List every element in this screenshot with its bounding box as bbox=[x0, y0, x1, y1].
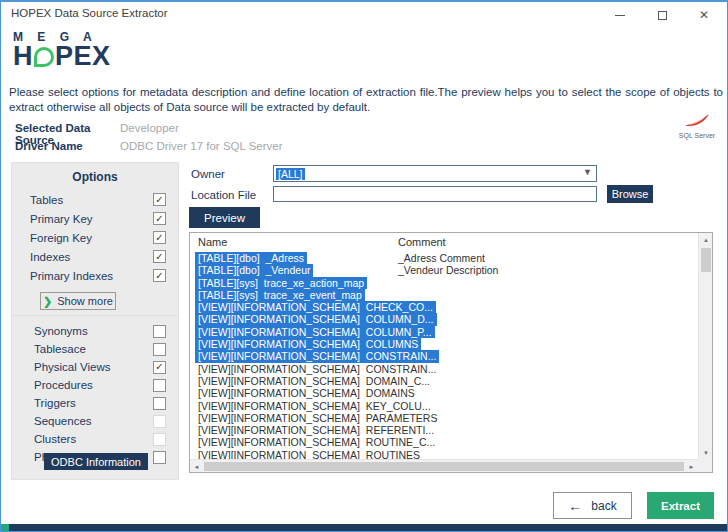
list-item-name[interactable]: [VIEW][INFORMATION_SCHEMA] PARAMETERS bbox=[195, 412, 440, 424]
list-item[interactable]: [VIEW][INFORMATION_SCHEMA] REFERENTI... bbox=[190, 424, 698, 436]
list-item-name[interactable]: [VIEW][INFORMATION_SCHEMA] DOMAIN_C... bbox=[195, 375, 433, 387]
options-panel: Options Tables✓Primary Key✓Foreign Key✓I… bbox=[11, 162, 179, 480]
comment-column-header[interactable]: Comment bbox=[398, 236, 446, 248]
list-item[interactable]: [VIEW][INFORMATION_SCHEMA] PARAMETERS bbox=[190, 412, 698, 424]
list-item-name[interactable]: [VIEW][INFORMATION_SCHEMA] CHECK_CO... bbox=[195, 301, 436, 313]
checkbox-unchecked[interactable] bbox=[153, 343, 166, 356]
location-file-label: Location File bbox=[191, 189, 256, 201]
sql-server-swoosh-icon bbox=[682, 112, 712, 129]
checkbox-unchecked[interactable] bbox=[153, 451, 166, 464]
horizontal-scrollbar[interactable]: ◄ ► bbox=[190, 459, 698, 472]
list-item[interactable]: [VIEW][INFORMATION_SCHEMA] DOMAINS bbox=[190, 387, 698, 399]
option-row: Foreign Key✓ bbox=[30, 228, 168, 247]
chevron-down-icon[interactable]: ▼ bbox=[583, 167, 592, 177]
vertical-scrollbar-thumb[interactable] bbox=[701, 248, 711, 272]
list-item[interactable]: [VIEW][INFORMATION_SCHEMA] CONSTRAIN... bbox=[190, 363, 698, 375]
checkbox-checked[interactable]: ✓ bbox=[153, 361, 166, 374]
extract-button[interactable]: Extract bbox=[647, 492, 714, 519]
owner-selected-value: [ALL] bbox=[276, 168, 305, 180]
list-item-name[interactable]: [VIEW][INFORMATION_SCHEMA] COLUMN_P... bbox=[195, 326, 435, 338]
list-item[interactable]: [TABLE][sys] trace_xe_event_map bbox=[190, 289, 698, 301]
list-item-name[interactable]: [TABLE][dbo] _Vendeur bbox=[195, 264, 313, 276]
driver-name-value: ODBC Driver 17 for SQL Server bbox=[120, 140, 283, 152]
list-item-name[interactable]: [TABLE][sys] trace_xe_event_map bbox=[195, 289, 365, 301]
list-item[interactable]: [VIEW][INFORMATION_SCHEMA] DOMAIN_C... bbox=[190, 375, 698, 387]
option-label: Primary Key bbox=[30, 213, 93, 225]
minimize-button[interactable] bbox=[599, 2, 641, 28]
checkbox-checked[interactable]: ✓ bbox=[153, 250, 166, 263]
list-item[interactable]: [VIEW][INFORMATION_SCHEMA] COLUMNS bbox=[190, 338, 698, 350]
name-column-header[interactable]: Name bbox=[198, 236, 227, 248]
driver-name-row: Driver Name ODBC Driver 17 for SQL Serve… bbox=[15, 140, 120, 152]
list-item-comment: _Adress Comment bbox=[398, 252, 485, 264]
list-item-name[interactable]: [VIEW][INFORMATION_SCHEMA] REFERENTI... bbox=[195, 424, 437, 436]
list-item-name[interactable]: [VIEW][INFORMATION_SCHEMA] CONSTRAIN... bbox=[195, 350, 439, 362]
list-item[interactable]: [TABLE][dbo] _Adress_Adress Comment bbox=[190, 252, 698, 264]
option-label: Synonyms bbox=[34, 325, 88, 337]
list-item-name[interactable]: [VIEW][INFORMATION_SCHEMA] KEY_COLU... bbox=[195, 400, 434, 412]
preview-button[interactable]: Preview bbox=[189, 207, 260, 228]
checkbox-checked[interactable]: ✓ bbox=[153, 269, 166, 282]
option-row: Physical Views✓ bbox=[34, 358, 168, 376]
show-more-button[interactable]: ❯ Show more bbox=[40, 292, 116, 310]
list-item-name[interactable]: [VIEW][INFORMATION_SCHEMA] DOMAINS bbox=[195, 387, 418, 399]
list-item-name[interactable]: [VIEW][INFORMATION_SCHEMA] ROUTINE_C... bbox=[195, 436, 438, 448]
horizontal-scrollbar-thumb[interactable] bbox=[204, 462, 684, 471]
object-list-viewport: Name Comment [TABLE][dbo] _Adress_Adress… bbox=[190, 233, 698, 459]
option-row: Procedures bbox=[34, 376, 168, 394]
option-row: Triggers bbox=[34, 394, 168, 412]
option-label: Indexes bbox=[30, 251, 70, 263]
checkbox-checked[interactable]: ✓ bbox=[153, 231, 166, 244]
checkbox-unchecked[interactable] bbox=[153, 397, 166, 410]
list-item[interactable]: [VIEW][INFORMATION_SCHEMA] COLUMN_D... bbox=[190, 313, 698, 325]
odbc-information-button[interactable]: ODBC Information bbox=[44, 453, 148, 470]
list-item[interactable]: [VIEW][INFORMATION_SCHEMA] ROUTINE_C... bbox=[190, 436, 698, 448]
location-file-input[interactable] bbox=[273, 186, 597, 202]
scroll-down-icon[interactable]: ▼ bbox=[699, 446, 713, 459]
option-row: Clusters bbox=[34, 430, 168, 448]
window-title: HOPEX Data Source Extractor bbox=[11, 7, 168, 19]
back-button[interactable]: ← back bbox=[553, 492, 632, 519]
scroll-up-icon[interactable]: ▲ bbox=[699, 233, 713, 246]
show-more-chevron-icon: ❯ bbox=[43, 295, 52, 308]
window-controls: ✕ bbox=[599, 2, 725, 28]
list-item-name[interactable]: [VIEW][INFORMATION_SCHEMA] COLUMN_D... bbox=[195, 313, 437, 325]
scroll-left-icon[interactable]: ◄ bbox=[190, 460, 203, 473]
checkbox-checked[interactable]: ✓ bbox=[153, 212, 166, 225]
options-secondary-group: SynonymsTablesacePhysical Views✓Procedur… bbox=[12, 315, 178, 466]
checkbox-unchecked[interactable] bbox=[153, 379, 166, 392]
list-item[interactable]: [TABLE][dbo] _Vendeur_Vendeur Descriptio… bbox=[190, 264, 698, 276]
browse-button[interactable]: Browse bbox=[607, 185, 653, 203]
option-label: Tables bbox=[30, 194, 63, 206]
option-label: Clusters bbox=[34, 433, 76, 445]
list-item-name[interactable]: [TABLE][sys] trace_xe_action_map bbox=[195, 277, 367, 289]
list-header: Name Comment bbox=[190, 236, 698, 252]
vertical-scrollbar[interactable]: ▲ ▼ bbox=[698, 233, 712, 459]
list-item-comment: _Vendeur Description bbox=[398, 264, 498, 276]
checkbox-unchecked[interactable] bbox=[153, 325, 166, 338]
list-item[interactable]: [VIEW][INFORMATION_SCHEMA] KEY_COLU... bbox=[190, 400, 698, 412]
list-item-name[interactable]: [VIEW][INFORMATION_SCHEMA] COLUMNS bbox=[195, 338, 421, 350]
checkbox-checked[interactable]: ✓ bbox=[153, 193, 166, 206]
list-item[interactable]: [VIEW][INFORMATION_SCHEMA] COLUMN_P... bbox=[190, 326, 698, 338]
back-label: back bbox=[591, 499, 616, 513]
list-item[interactable]: [VIEW][INFORMATION_SCHEMA] CHECK_CO... bbox=[190, 301, 698, 313]
close-button[interactable]: ✕ bbox=[683, 2, 725, 28]
maximize-button[interactable] bbox=[641, 2, 683, 28]
list-item-name[interactable]: [TABLE][dbo] _Adress bbox=[195, 252, 307, 264]
owner-combobox[interactable]: [ALL] ▼ bbox=[273, 165, 597, 182]
list-item[interactable]: [TABLE][sys] trace_xe_action_map bbox=[190, 277, 698, 289]
scroll-right-icon[interactable]: ► bbox=[685, 460, 698, 473]
list-item-name[interactable]: [VIEW][INFORMATION_SCHEMA] CONSTRAIN... bbox=[195, 363, 439, 375]
scrollbar-corner bbox=[698, 459, 712, 472]
list-item-name[interactable]: [VIEW][INFORMATION_SCHEMA] ROUTINES bbox=[195, 449, 423, 459]
list-item[interactable]: [VIEW][INFORMATION_SCHEMA] CONSTRAIN... bbox=[190, 350, 698, 362]
title-bar[interactable]: HOPEX Data Source Extractor ✕ bbox=[1, 2, 727, 28]
logo-h-letter: H bbox=[13, 43, 33, 69]
close-icon: ✕ bbox=[699, 8, 709, 22]
maximize-icon bbox=[658, 11, 667, 20]
bottom-bar-accent bbox=[1, 524, 9, 531]
list-item[interactable]: [VIEW][INFORMATION_SCHEMA] ROUTINES bbox=[190, 449, 698, 459]
option-row: Primary Indexes✓ bbox=[30, 266, 168, 285]
minimize-icon bbox=[615, 15, 625, 16]
